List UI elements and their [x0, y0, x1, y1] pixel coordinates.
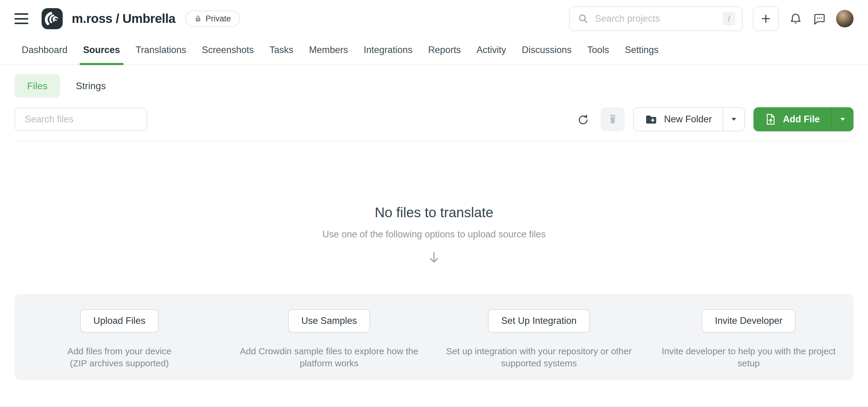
set-up-integration-description: Set up integration with your repository …	[446, 345, 631, 369]
add-file-menu-button[interactable]	[831, 107, 854, 131]
set-up-integration-button[interactable]: Set Up Integration	[488, 309, 590, 333]
refresh-button[interactable]	[574, 107, 592, 131]
project-search-input[interactable]	[595, 13, 723, 24]
chat-icon	[812, 12, 826, 25]
privacy-badge: Private	[185, 10, 240, 27]
use-samples-description: Add Crowdin sample files to explore how …	[240, 345, 418, 369]
folder-plus-icon	[645, 113, 657, 126]
header-left: m.ross / Umbrella Private	[14, 8, 240, 29]
tab-activity[interactable]: Activity	[476, 37, 506, 64]
invite-developer-description: Invite developer to help you with the pr…	[661, 345, 835, 369]
new-folder-label: New Folder	[664, 114, 712, 125]
menu-button[interactable]	[14, 13, 28, 24]
tab-sources[interactable]: Sources	[83, 37, 120, 64]
option-card-invite-developer: Invite Developer Invite developer to hel…	[644, 294, 854, 380]
project-nav: Dashboard Sources Translations Screensho…	[0, 37, 868, 65]
invite-developer-button[interactable]: Invite Developer	[702, 309, 796, 333]
option-card-upload-files: Upload Files Add files from your device …	[14, 294, 224, 380]
tab-screenshots[interactable]: Screenshots	[202, 37, 254, 64]
project-title[interactable]: m.ross / Umbrella	[72, 11, 176, 26]
empty-state-subtitle: Use one of the following options to uplo…	[14, 229, 854, 240]
trash-icon	[607, 113, 619, 126]
tab-dashboard[interactable]: Dashboard	[22, 37, 67, 64]
notifications-button[interactable]	[789, 12, 802, 25]
new-folder-split-button: New Folder	[633, 107, 745, 131]
use-samples-button[interactable]: Use Samples	[288, 309, 370, 333]
user-avatar[interactable]	[836, 10, 854, 27]
tab-reports[interactable]: Reports	[428, 37, 461, 64]
down-arrow-icon	[14, 251, 854, 264]
refresh-icon	[577, 113, 589, 126]
file-upload-icon	[765, 113, 776, 126]
add-file-label: Add File	[783, 114, 820, 125]
subtab-files[interactable]: Files	[14, 74, 60, 98]
bell-icon	[789, 12, 802, 25]
header: m.ross / Umbrella Private /	[0, 0, 868, 37]
tab-discussions[interactable]: Discussions	[522, 37, 571, 64]
tab-settings[interactable]: Settings	[625, 37, 658, 64]
upload-files-button[interactable]: Upload Files	[80, 309, 158, 333]
option-card-use-samples: Use Samples Add Crowdin sample files to …	[224, 294, 434, 380]
privacy-badge-label: Private	[206, 14, 231, 24]
tab-tasks[interactable]: Tasks	[270, 37, 293, 64]
delete-button[interactable]	[601, 107, 625, 131]
crowdin-logo[interactable]	[41, 8, 63, 29]
toolbar-divider	[14, 141, 854, 142]
option-card-set-up-integration: Set Up Integration Set up integration wi…	[434, 294, 644, 380]
messages-button[interactable]	[812, 12, 826, 25]
sources-content: Files Strings	[0, 74, 868, 264]
crowdin-project-page: m.ross / Umbrella Private /	[0, 0, 868, 407]
lock-icon	[194, 15, 202, 23]
empty-state-title: No files to translate	[14, 204, 854, 221]
search-icon	[578, 13, 589, 24]
add-file-split-button: Add File	[753, 107, 854, 131]
subtab-strings[interactable]: Strings	[76, 81, 106, 92]
header-right: /	[569, 6, 854, 31]
chevron-down-icon	[731, 118, 737, 121]
menu-icon	[14, 13, 28, 15]
chevron-down-icon	[840, 118, 845, 121]
plus-icon	[760, 13, 772, 25]
upload-files-description: Add files from your device (ZIP archives…	[67, 345, 171, 369]
sources-subtabs: Files Strings	[14, 74, 854, 98]
new-folder-button[interactable]: New Folder	[634, 108, 723, 131]
tab-integrations[interactable]: Integrations	[364, 37, 412, 64]
project-search[interactable]: /	[569, 6, 743, 31]
tab-members[interactable]: Members	[309, 37, 348, 64]
files-toolbar: New Folder Add	[14, 107, 854, 131]
create-project-button[interactable]	[753, 6, 779, 31]
new-folder-menu-button[interactable]	[723, 108, 744, 131]
add-file-button[interactable]: Add File	[753, 107, 831, 131]
search-shortcut-hint: /	[723, 12, 735, 26]
upload-options-panel: Upload Files Add files from your device …	[14, 294, 854, 380]
empty-state: No files to translate Use one of the fol…	[14, 204, 854, 264]
files-search-input[interactable]	[14, 107, 147, 131]
toolbar-actions: New Folder Add	[574, 107, 854, 131]
tab-tools[interactable]: Tools	[587, 37, 609, 64]
tab-translations[interactable]: Translations	[135, 37, 186, 64]
